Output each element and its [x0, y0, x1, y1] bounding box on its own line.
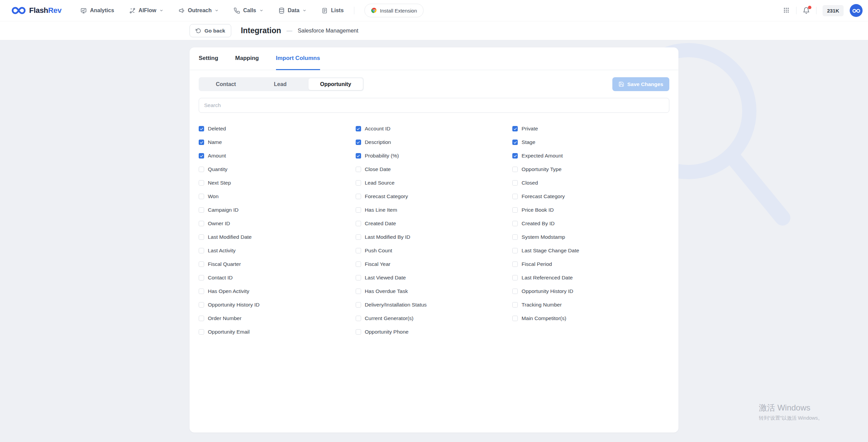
field-row-created-date[interactable]: Created Date [356, 217, 513, 230]
field-row-main-competitor-s[interactable]: Main Competitor(s) [512, 312, 669, 325]
field-row-last-modified-by-id[interactable]: Last Modified By ID [356, 230, 513, 244]
flashrev-logo[interactable]: FlashRev [12, 6, 61, 15]
field-row-private[interactable]: Private [512, 122, 669, 135]
field-row-price-book-id[interactable]: Price Book ID [512, 203, 669, 217]
checkbox-close-date[interactable] [356, 167, 361, 172]
field-row-last-modified-date[interactable]: Last Modified Date [199, 230, 356, 244]
tab-setting[interactable]: Setting [199, 47, 218, 70]
field-row-last-referenced-date[interactable]: Last Referenced Date [512, 271, 669, 285]
subtab-contact[interactable]: Contact [199, 77, 253, 91]
field-row-has-overdue-task[interactable]: Has Overdue Task [356, 285, 513, 298]
checkbox-probability[interactable] [356, 153, 361, 159]
field-row-opportunity-history-id[interactable]: Opportunity History ID [199, 298, 356, 312]
checkbox-opportunity-history-id[interactable] [199, 302, 204, 308]
tab-mapping[interactable]: Mapping [235, 47, 259, 70]
checkbox-description[interactable] [356, 140, 361, 145]
field-row-fiscal-year[interactable]: Fiscal Year [356, 257, 513, 271]
checkbox-contact-id[interactable] [199, 275, 204, 280]
checkbox-account-id[interactable] [356, 126, 361, 131]
checkbox-main-competitor-s[interactable] [512, 316, 518, 321]
subtab-opportunity[interactable]: Opportunity [309, 78, 363, 90]
field-row-forecast-category[interactable]: Forecast Category [512, 190, 669, 203]
checkbox-name[interactable] [199, 140, 204, 145]
field-row-fiscal-quarter[interactable]: Fiscal Quarter [199, 257, 356, 271]
field-row-last-activity[interactable]: Last Activity [199, 244, 356, 257]
checkbox-quantity[interactable] [199, 167, 204, 172]
checkbox-tracking-number[interactable] [512, 302, 518, 308]
checkbox-forecast-category[interactable] [356, 194, 361, 199]
checkbox-last-referenced-date[interactable] [512, 275, 518, 280]
nav-item-analytics[interactable]: Analytics [80, 7, 114, 14]
install-extension-button[interactable]: Install Extension [364, 4, 423, 17]
field-row-description[interactable]: Description [356, 135, 513, 149]
checkbox-forecast-category[interactable] [512, 194, 518, 199]
checkbox-price-book-id[interactable] [512, 207, 518, 213]
checkbox-owner-id[interactable] [199, 221, 204, 226]
field-row-push-count[interactable]: Push Count [356, 244, 513, 257]
field-row-won[interactable]: Won [199, 190, 356, 203]
field-row-account-id[interactable]: Account ID [356, 122, 513, 135]
checkbox-amount[interactable] [199, 153, 204, 159]
checkbox-campaign-id[interactable] [199, 207, 204, 213]
checkbox-opportunity-email[interactable] [199, 329, 204, 335]
field-row-tracking-number[interactable]: Tracking Number [512, 298, 669, 312]
field-row-opportunity-type[interactable]: Opportunity Type [512, 163, 669, 176]
user-avatar[interactable] [850, 4, 863, 17]
checkbox-has-overdue-task[interactable] [356, 289, 361, 294]
field-row-delivery-installation-status[interactable]: Delivery/Installation Status [356, 298, 513, 312]
field-row-owner-id[interactable]: Owner ID [199, 217, 356, 230]
nav-item-calls[interactable]: Calls [234, 7, 263, 14]
checkbox-last-viewed-date[interactable] [356, 275, 361, 280]
field-row-current-generator-s[interactable]: Current Generator(s) [356, 312, 513, 325]
checkbox-last-stage-change-date[interactable] [512, 248, 518, 253]
checkbox-last-activity[interactable] [199, 248, 204, 253]
field-row-last-stage-change-date[interactable]: Last Stage Change Date [512, 244, 669, 257]
checkbox-push-count[interactable] [356, 248, 361, 253]
checkbox-fiscal-period[interactable] [512, 261, 518, 267]
checkbox-last-modified-by-id[interactable] [356, 234, 361, 240]
checkbox-stage[interactable] [512, 140, 518, 145]
checkbox-expected-amount[interactable] [512, 153, 518, 159]
checkbox-created-date[interactable] [356, 221, 361, 226]
checkbox-order-number[interactable] [199, 316, 204, 321]
field-row-stage[interactable]: Stage [512, 135, 669, 149]
field-row-system-modstamp[interactable]: System Modstamp [512, 230, 669, 244]
field-row-order-number[interactable]: Order Number [199, 312, 356, 325]
credits-badge[interactable]: 231K [823, 5, 844, 16]
field-row-expected-amount[interactable]: Expected Amount [512, 149, 669, 163]
field-row-last-viewed-date[interactable]: Last Viewed Date [356, 271, 513, 285]
field-row-opportunity-email[interactable]: Opportunity Email [199, 325, 356, 339]
checkbox-next-step[interactable] [199, 180, 204, 186]
field-row-next-step[interactable]: Next Step [199, 176, 356, 190]
checkbox-system-modstamp[interactable] [512, 234, 518, 240]
checkbox-private[interactable] [512, 126, 518, 131]
checkbox-created-by-id[interactable] [512, 221, 518, 226]
field-row-opportunity-history-id[interactable]: Opportunity History ID [512, 285, 669, 298]
checkbox-lead-source[interactable] [356, 180, 361, 186]
notifications-button[interactable] [803, 7, 810, 14]
checkbox-opportunity-phone[interactable] [356, 329, 361, 335]
tab-import-columns[interactable]: Import Columns [276, 47, 320, 70]
nav-item-outreach[interactable]: Outreach [178, 7, 219, 14]
search-input[interactable] [199, 98, 669, 113]
nav-item-lists[interactable]: Lists [321, 7, 343, 14]
checkbox-closed[interactable] [512, 180, 518, 186]
field-row-lead-source[interactable]: Lead Source [356, 176, 513, 190]
field-row-created-by-id[interactable]: Created By ID [512, 217, 669, 230]
checkbox-fiscal-year[interactable] [356, 261, 361, 267]
save-changes-button[interactable]: Save Changes [612, 77, 669, 91]
field-row-fiscal-period[interactable]: Fiscal Period [512, 257, 669, 271]
checkbox-has-line-item[interactable] [356, 207, 361, 213]
nav-item-aiflow[interactable]: AIFlow [129, 7, 163, 14]
go-back-button[interactable]: Go back [190, 24, 231, 37]
field-row-forecast-category[interactable]: Forecast Category [356, 190, 513, 203]
nav-item-data[interactable]: Data [278, 7, 307, 14]
field-row-has-open-activity[interactable]: Has Open Activity [199, 285, 356, 298]
checkbox-has-open-activity[interactable] [199, 289, 204, 294]
checkbox-opportunity-type[interactable] [512, 167, 518, 172]
checkbox-won[interactable] [199, 194, 204, 199]
field-row-amount[interactable]: Amount [199, 149, 356, 163]
field-row-quantity[interactable]: Quantity [199, 163, 356, 176]
field-row-close-date[interactable]: Close Date [356, 163, 513, 176]
field-row-opportunity-phone[interactable]: Opportunity Phone [356, 325, 513, 339]
